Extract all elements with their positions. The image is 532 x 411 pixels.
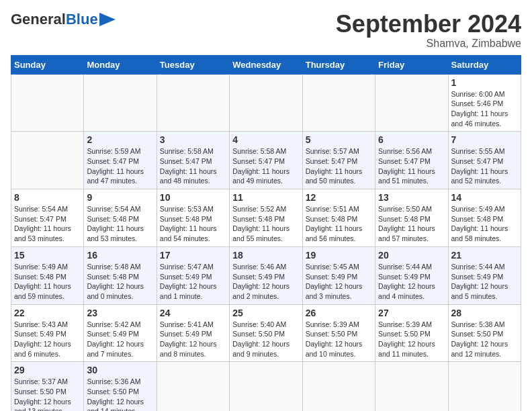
calendar-week-row: 8Sunrise: 5:54 AMSunset: 5:47 PMDaylight… xyxy=(11,189,521,247)
calendar-day-cell: 15Sunrise: 5:49 AMSunset: 5:48 PMDayligh… xyxy=(11,246,84,304)
calendar-day-cell: 28Sunrise: 5:38 AMSunset: 5:50 PMDayligh… xyxy=(448,304,521,362)
calendar-day-cell: 3Sunrise: 5:58 AMSunset: 5:47 PMDaylight… xyxy=(157,132,229,189)
calendar-day-cell: 11Sunrise: 5:52 AMSunset: 5:48 PMDayligh… xyxy=(230,189,302,247)
calendar-day-cell: 17Sunrise: 5:47 AMSunset: 5:49 PMDayligh… xyxy=(157,246,229,304)
page-title: September 2024 xyxy=(336,11,521,38)
calendar-day-cell xyxy=(84,74,157,132)
day-detail: Sunrise: 6:00 AMSunset: 5:46 PMDaylight:… xyxy=(451,89,518,129)
day-detail: Sunrise: 5:51 AMSunset: 5:48 PMDaylight:… xyxy=(306,204,372,244)
calendar-day-cell: 1Sunrise: 6:00 AMSunset: 5:46 PMDaylight… xyxy=(448,74,521,132)
day-number: 8 xyxy=(14,192,81,203)
calendar-day-cell xyxy=(11,132,84,189)
calendar-day-cell: 6Sunrise: 5:56 AMSunset: 5:47 PMDaylight… xyxy=(375,132,448,189)
day-detail: Sunrise: 5:38 AMSunset: 5:50 PMDaylight:… xyxy=(451,320,518,359)
day-number: 5 xyxy=(306,134,372,145)
calendar-day-cell: 19Sunrise: 5:45 AMSunset: 5:49 PMDayligh… xyxy=(302,246,375,304)
day-number: 1 xyxy=(451,77,518,88)
day-number: 2 xyxy=(87,134,153,145)
day-detail: Sunrise: 5:36 AMSunset: 5:50 PMDaylight:… xyxy=(87,377,153,411)
logo-arrow-icon xyxy=(99,13,116,26)
day-number: 26 xyxy=(306,308,372,318)
svg-marker-0 xyxy=(99,13,116,26)
day-detail: Sunrise: 5:41 AMSunset: 5:49 PMDaylight:… xyxy=(160,320,226,359)
day-number: 15 xyxy=(14,250,81,261)
calendar-week-row: 29Sunrise: 5:37 AMSunset: 5:50 PMDayligh… xyxy=(11,362,521,411)
day-detail: Sunrise: 5:53 AMSunset: 5:48 PMDaylight:… xyxy=(160,204,226,244)
day-number: 19 xyxy=(306,250,372,261)
day-number: 11 xyxy=(232,192,299,203)
calendar-header-row: SundayMondayTuesdayWednesdayThursdayFrid… xyxy=(11,55,521,74)
calendar-week-row: 2Sunrise: 5:59 AMSunset: 5:47 PMDaylight… xyxy=(11,132,521,189)
day-detail: Sunrise: 5:58 AMSunset: 5:47 PMDaylight:… xyxy=(232,146,299,186)
day-detail: Sunrise: 5:40 AMSunset: 5:50 PMDaylight:… xyxy=(232,320,299,359)
day-number: 7 xyxy=(451,134,518,145)
calendar-day-cell: 24Sunrise: 5:41 AMSunset: 5:49 PMDayligh… xyxy=(157,304,229,362)
day-number: 14 xyxy=(451,192,518,203)
calendar-day-cell xyxy=(157,362,229,411)
day-detail: Sunrise: 5:54 AMSunset: 5:47 PMDaylight:… xyxy=(14,204,81,244)
day-detail: Sunrise: 5:37 AMSunset: 5:50 PMDaylight:… xyxy=(14,377,81,411)
day-number: 21 xyxy=(451,250,518,261)
day-number: 3 xyxy=(160,134,226,145)
day-number: 17 xyxy=(160,250,226,261)
day-number: 30 xyxy=(87,365,153,375)
calendar-day-cell xyxy=(230,362,302,411)
day-number: 22 xyxy=(14,308,81,318)
calendar-day-cell: 5Sunrise: 5:57 AMSunset: 5:47 PMDaylight… xyxy=(302,132,375,189)
day-detail: Sunrise: 5:47 AMSunset: 5:49 PMDaylight:… xyxy=(160,262,226,302)
day-number: 28 xyxy=(451,308,518,318)
calendar-day-cell xyxy=(302,362,375,411)
day-number: 12 xyxy=(306,192,372,203)
day-number: 10 xyxy=(160,192,226,203)
day-detail: Sunrise: 5:39 AMSunset: 5:50 PMDaylight:… xyxy=(306,320,372,359)
calendar-day-cell: 4Sunrise: 5:58 AMSunset: 5:47 PMDaylight… xyxy=(230,132,302,189)
calendar-day-cell xyxy=(448,362,521,411)
day-detail: Sunrise: 5:49 AMSunset: 5:48 PMDaylight:… xyxy=(451,204,518,244)
page-subtitle: Shamva, Zimbabwe xyxy=(336,38,521,50)
calendar-week-row: 22Sunrise: 5:43 AMSunset: 5:49 PMDayligh… xyxy=(11,304,521,362)
day-number: 25 xyxy=(232,308,299,318)
day-detail: Sunrise: 5:59 AMSunset: 5:47 PMDaylight:… xyxy=(87,146,153,186)
day-number: 4 xyxy=(232,134,299,145)
day-number: 23 xyxy=(87,308,153,318)
calendar-day-cell: 22Sunrise: 5:43 AMSunset: 5:49 PMDayligh… xyxy=(11,304,84,362)
calendar-day-cell: 16Sunrise: 5:48 AMSunset: 5:48 PMDayligh… xyxy=(84,246,157,304)
calendar-day-cell xyxy=(230,74,302,132)
calendar-table: SundayMondayTuesdayWednesdayThursdayFrid… xyxy=(11,55,521,411)
calendar-day-cell xyxy=(375,362,448,411)
page-header: GeneralBlue September 2024 Shamva, Zimba… xyxy=(11,11,521,50)
logo: GeneralBlue xyxy=(11,11,116,28)
calendar-day-cell: 29Sunrise: 5:37 AMSunset: 5:50 PMDayligh… xyxy=(11,362,84,411)
day-detail: Sunrise: 5:57 AMSunset: 5:47 PMDaylight:… xyxy=(306,146,372,186)
calendar-day-cell: 12Sunrise: 5:51 AMSunset: 5:48 PMDayligh… xyxy=(302,189,375,247)
calendar-day-cell: 18Sunrise: 5:46 AMSunset: 5:49 PMDayligh… xyxy=(230,246,302,304)
calendar-day-cell: 10Sunrise: 5:53 AMSunset: 5:48 PMDayligh… xyxy=(157,189,229,247)
day-number: 18 xyxy=(232,250,299,261)
day-detail: Sunrise: 5:49 AMSunset: 5:48 PMDaylight:… xyxy=(14,262,81,302)
header-monday: Monday xyxy=(84,55,157,74)
day-detail: Sunrise: 5:43 AMSunset: 5:49 PMDaylight:… xyxy=(14,320,81,359)
day-number: 24 xyxy=(160,308,226,318)
header-saturday: Saturday xyxy=(448,55,521,74)
day-number: 20 xyxy=(378,250,445,261)
calendar-day-cell xyxy=(11,74,84,132)
day-detail: Sunrise: 5:52 AMSunset: 5:48 PMDaylight:… xyxy=(232,204,299,244)
calendar-day-cell: 25Sunrise: 5:40 AMSunset: 5:50 PMDayligh… xyxy=(230,304,302,362)
calendar-day-cell: 21Sunrise: 5:44 AMSunset: 5:49 PMDayligh… xyxy=(448,246,521,304)
day-number: 13 xyxy=(378,192,445,203)
calendar-day-cell xyxy=(157,74,229,132)
day-detail: Sunrise: 5:42 AMSunset: 5:49 PMDaylight:… xyxy=(87,320,153,359)
calendar-day-cell xyxy=(375,74,448,132)
day-detail: Sunrise: 5:48 AMSunset: 5:48 PMDaylight:… xyxy=(87,262,153,302)
header-sunday: Sunday xyxy=(11,55,84,74)
calendar-week-row: 1Sunrise: 6:00 AMSunset: 5:46 PMDaylight… xyxy=(11,74,521,132)
header-friday: Friday xyxy=(375,55,448,74)
calendar-day-cell: 2Sunrise: 5:59 AMSunset: 5:47 PMDaylight… xyxy=(84,132,157,189)
calendar-day-cell: 26Sunrise: 5:39 AMSunset: 5:50 PMDayligh… xyxy=(302,304,375,362)
day-number: 9 xyxy=(87,192,153,203)
calendar-day-cell: 7Sunrise: 5:55 AMSunset: 5:47 PMDaylight… xyxy=(448,132,521,189)
day-detail: Sunrise: 5:45 AMSunset: 5:49 PMDaylight:… xyxy=(306,262,372,302)
title-block: September 2024 Shamva, Zimbabwe xyxy=(336,11,521,50)
calendar-day-cell: 9Sunrise: 5:54 AMSunset: 5:48 PMDaylight… xyxy=(84,189,157,247)
calendar-day-cell: 14Sunrise: 5:49 AMSunset: 5:48 PMDayligh… xyxy=(448,189,521,247)
